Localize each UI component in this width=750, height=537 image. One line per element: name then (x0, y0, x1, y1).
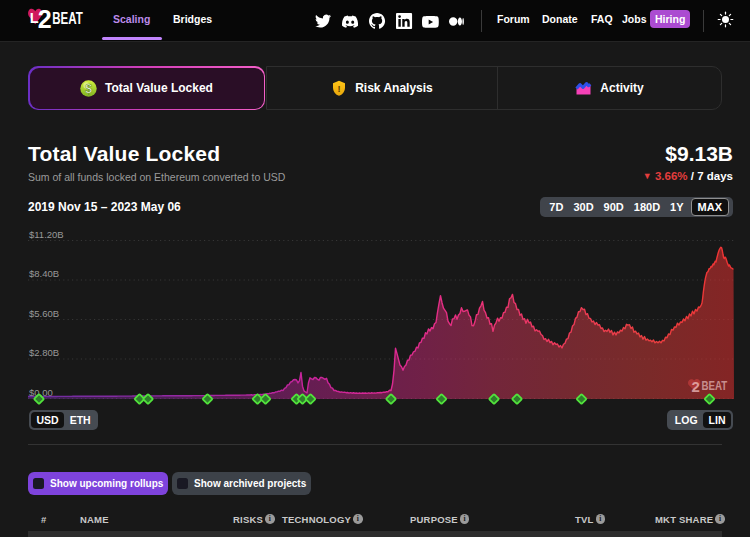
svg-text:$: $ (85, 81, 92, 95)
svg-text:BEAT: BEAT (52, 9, 83, 28)
svg-text:!: ! (338, 83, 341, 93)
svg-text:$2.80B: $2.80B (29, 347, 59, 358)
svg-text:2: 2 (38, 5, 52, 33)
svg-text:$5.60B: $5.60B (29, 308, 59, 319)
svg-text:$11.20B: $11.20B (29, 229, 64, 240)
svg-text:BEAT: BEAT (702, 379, 728, 392)
svg-text:2: 2 (692, 378, 700, 395)
svg-text:$8.40B: $8.40B (29, 268, 59, 279)
